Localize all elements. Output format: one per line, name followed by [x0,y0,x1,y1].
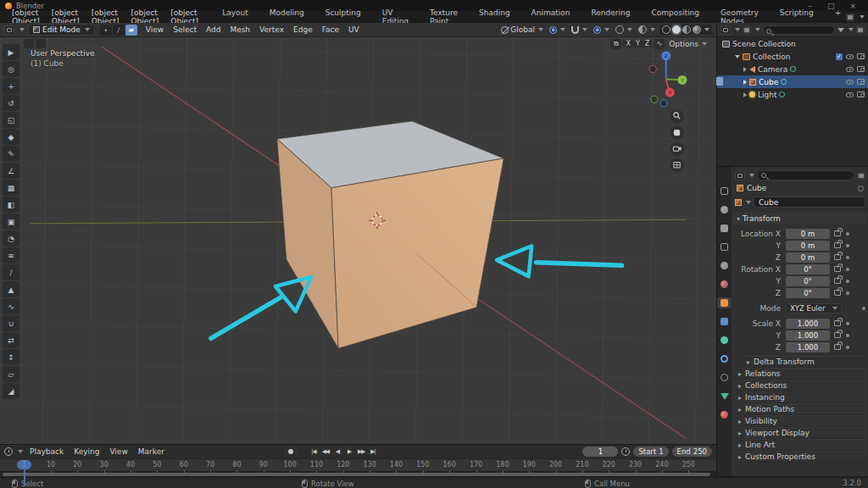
animate-dot-icon[interactable] [846,334,849,337]
tab-modifiers[interactable] [717,316,732,327]
section-relations[interactable]: Relations [733,368,867,380]
cube-object[interactable] [277,121,504,348]
frame-tick[interactable]: 100 [276,459,303,473]
frame-tick[interactable]: 220 [596,459,622,473]
frame-tick[interactable]: 230 [622,459,648,473]
frame-tick[interactable]: 20 [64,459,91,473]
collection-checkbox[interactable]: ✓ [836,53,843,60]
tab-particles[interactable] [717,335,732,346]
tool-fallback-icon[interactable] [36,39,46,48]
hide-in-viewport-icon[interactable] [846,67,854,72]
snap-settings-icon[interactable]: ∿ [654,39,665,49]
editor-type-icon[interactable] [4,25,14,35]
use-preview-range-icon[interactable] [621,447,630,456]
outliner-row-collection[interactable]: Collection ✓ [717,50,868,63]
pivot-point-dropdown[interactable] [548,26,567,34]
outliner-row-light[interactable]: Light [717,88,868,101]
value-field[interactable]: 0 m [786,252,830,263]
current-frame-field[interactable]: 1 [582,446,618,457]
menu-marker[interactable]: Marker [138,447,164,456]
tool-bevel[interactable]: ◔ [3,230,19,247]
animate-dot-icon[interactable] [846,256,849,259]
outliner-row-cube[interactable]: Cube [717,75,868,88]
tab-output[interactable] [717,223,732,234]
frame-tick[interactable]: 40 [117,459,143,473]
animate-dot-icon[interactable] [846,280,849,283]
frame-end-field[interactable]: End 250 [672,446,712,457]
mirror-z-toggle[interactable]: Z [643,40,652,47]
tool-transform[interactable]: ◆ [3,129,19,145]
hide-in-viewport-icon[interactable] [846,92,854,97]
lock-icon[interactable] [834,320,841,326]
frame-start-field[interactable]: Start 1 [633,446,668,457]
disable-in-render-icon[interactable] [857,66,865,72]
solid-shading-button[interactable] [672,25,681,34]
edge-select-button[interactable]: ∕ [113,25,125,36]
tab-scene[interactable] [717,260,732,271]
menu-view[interactable]: View [109,447,127,456]
tool-cursor[interactable]: ◎ [3,61,19,77]
value-field[interactable]: 0 m [786,241,830,251]
outliner-row-scene-collection[interactable]: Scene Collection [717,37,868,50]
frame-tick[interactable]: 30 [91,459,117,473]
face-select-button[interactable]: ▰ [125,25,137,36]
menu-vertex[interactable]: Vertex [259,25,284,34]
section-motion-paths[interactable]: Motion Paths [733,403,867,415]
lock-icon[interactable] [834,290,841,296]
mirror-icon[interactable]: ⧉ [610,39,621,49]
section-collections[interactable]: Collections [733,380,867,391]
chevron-down-icon[interactable] [704,28,709,31]
options-icon[interactable] [857,172,865,180]
tool-inset-faces[interactable]: ▣ [3,214,19,230]
frame-tick[interactable]: 250 [676,459,702,473]
display-mode-icon[interactable] [743,26,751,34]
frame-tick[interactable]: 110 [303,459,330,473]
tool-edge-slide[interactable]: ⇄ [3,332,19,348]
value-field[interactable]: 0° [786,276,830,286]
animate-dot-icon[interactable] [846,232,849,236]
lock-icon[interactable] [834,266,841,272]
section-line-art[interactable]: Line Art [733,439,867,451]
tool-scale[interactable]: ◱ [3,112,19,128]
disable-in-render-icon[interactable] [857,92,865,97]
frame-tick[interactable]: 70 [197,459,223,473]
tool-shrink-fatten[interactable]: ↕ [3,349,19,365]
hide-in-viewport-icon[interactable] [846,54,854,59]
tool-select-box[interactable]: ▶ [3,44,19,60]
frame-tick[interactable]: 180 [489,459,515,473]
value-field[interactable]: 0° [786,288,830,298]
lock-icon[interactable] [834,344,841,350]
animate-dot-icon[interactable] [846,268,849,271]
show-overlays-toggle[interactable] [614,25,634,34]
gizmo-minus-y[interactable] [651,96,658,103]
expand-icon[interactable] [743,67,747,72]
tab-tool[interactable] [717,186,732,197]
tool-shear[interactable]: ▱ [3,366,19,382]
jump-to-start-button[interactable]: |◀ [308,446,319,457]
frame-tick[interactable]: 90 [250,459,276,473]
jump-to-end-button[interactable]: ▶| [367,446,378,457]
auto-keying-button[interactable] [284,446,298,457]
wireframe-shading-button[interactable] [662,25,670,34]
animate-dot-icon[interactable] [846,322,849,325]
expand-icon[interactable] [743,80,747,85]
section-visibility[interactable]: Visibility [733,415,867,427]
transform-orientation-dropdown[interactable]: Global [499,25,545,34]
material-preview-button[interactable] [682,25,691,34]
scrollbar-thumb[interactable] [3,473,710,476]
section-delta-transform[interactable]: Delta Transform [742,356,867,368]
tab-world[interactable] [717,279,732,290]
frame-tick[interactable]: 120 [330,459,356,473]
tab-physics[interactable] [717,353,732,364]
frame-tick[interactable]: 50 [144,459,170,473]
editor-type-icon[interactable] [735,171,745,180]
frame-tick[interactable]: 160 [437,459,463,473]
play-button[interactable]: ▶ [343,446,354,457]
tool-spin[interactable]: ∿ [3,298,19,314]
value-field[interactable]: 1.000 [786,319,830,329]
tool-loop-cut[interactable]: ≡ [3,247,19,263]
tool-add-cube[interactable]: ▦ [3,180,19,196]
frame-tick[interactable]: 170 [463,459,489,473]
menu-view[interactable]: View [146,25,164,34]
menu-keying[interactable]: Keying [74,447,99,456]
